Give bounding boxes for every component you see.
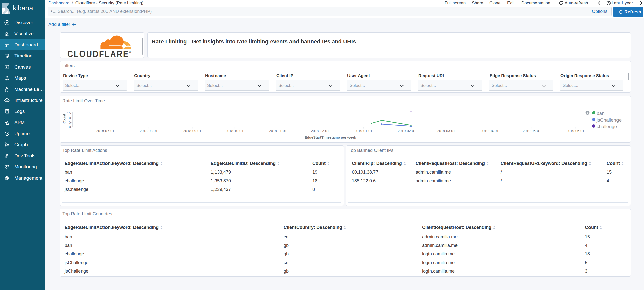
svg-text:10: 10 <box>67 116 71 120</box>
svg-text:EdgeStartTimestamp per week: EdgeStartTimestamp per week <box>305 135 356 139</box>
svg-text:2018-10-01: 2018-10-01 <box>225 129 244 133</box>
svg-text:2019-02-01: 2019-02-01 <box>398 129 416 133</box>
svg-text:2018-09-01: 2018-09-01 <box>183 129 201 133</box>
svg-text:2018-07-01: 2018-07-01 <box>96 129 114 133</box>
svg-text:2019-06-01: 2019-06-01 <box>566 129 584 133</box>
svg-text:2019-05-01: 2019-05-01 <box>523 129 541 133</box>
svg-text:15: 15 <box>67 111 71 115</box>
svg-text:0: 0 <box>69 125 71 129</box>
svg-text:2018-11-01: 2018-11-01 <box>269 129 287 133</box>
svg-text:5: 5 <box>69 120 71 124</box>
svg-text:2018-08-01: 2018-08-01 <box>140 129 158 133</box>
svg-text:2019-01-01: 2019-01-01 <box>354 129 372 133</box>
svg-text:2019-03-01: 2019-03-01 <box>437 129 455 133</box>
svg-text:2018-12-01: 2018-12-01 <box>311 129 329 133</box>
svg-text:Count: Count <box>62 114 66 124</box>
svg-text:2019-04-01: 2019-04-01 <box>480 129 499 133</box>
